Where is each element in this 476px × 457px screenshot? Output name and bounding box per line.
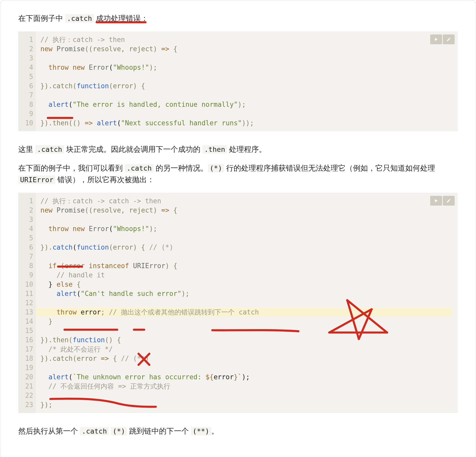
keyword-throw: throw (57, 308, 77, 316)
page: 在下面例子中 .catch 成功处理错误： 12345678910 // 执行：… (0, 0, 476, 457)
code-block-2: 1234567891011121314151617181920212223 //… (18, 193, 458, 413)
keyword-function: function (77, 82, 109, 90)
brace: } (48, 318, 52, 325)
comment: /* 此处不会运行 */ (48, 345, 113, 353)
inline-code: .catch (65, 14, 94, 23)
identifier: error (81, 308, 101, 316)
func-alert: alert (48, 373, 68, 381)
text (109, 427, 111, 435)
keyword-new: new (40, 206, 52, 214)
edit-icon (446, 37, 451, 42)
string: The unknown error has occurred: (77, 373, 206, 381)
text: 这里 (18, 145, 35, 153)
brace: { (169, 45, 177, 53)
text: 错误），所以它再次被抛出： (55, 175, 154, 184)
keyword-throw: throw (48, 225, 68, 233)
inline-code: .catch (35, 145, 64, 154)
code-controls (430, 34, 455, 44)
text: 行的处理程序捕获错误但无法处理它（例如，它只知道如何处理 (224, 164, 435, 172)
keyword-if: if (48, 262, 56, 270)
text: 处理程序。 (227, 145, 266, 153)
inline-code: URIError (18, 175, 55, 184)
class-error: Error (89, 64, 109, 71)
comment: // (**) (121, 355, 149, 362)
punct: )); (242, 119, 254, 127)
run-button[interactable] (430, 196, 442, 206)
arrow: => (85, 119, 93, 127)
brace: { (73, 280, 81, 288)
arrow: => (101, 355, 109, 362)
keyword-else: else (57, 280, 73, 288)
tpl-close: } (234, 373, 238, 381)
args: (error) { (109, 243, 149, 251)
args: ((resolve, reject) (85, 45, 161, 53)
punct: ); (181, 290, 189, 297)
args: () { (105, 336, 121, 344)
punct: ); (238, 101, 246, 108)
tpl-open: ${ (206, 373, 214, 381)
text: 块正常完成。因此就会调用下一个成功的 (64, 145, 202, 153)
args: (error (57, 262, 89, 270)
brace: { (109, 355, 121, 362)
punct: }).catch(error (40, 355, 101, 362)
edit-button[interactable] (443, 196, 455, 206)
comment: // 执行：catch -> catch -> then (40, 197, 161, 205)
comment: // handle it (57, 271, 105, 279)
args: (error) { (109, 82, 145, 90)
string: "Can't handle such error" (81, 290, 181, 297)
class-promise: Promise (57, 45, 85, 53)
inline-code: (*) (111, 427, 127, 435)
punct: }).then( (40, 336, 73, 344)
arrow: => (161, 206, 169, 214)
keyword-new: new (40, 45, 52, 53)
punct: }). (40, 243, 52, 251)
paragraph-3: 在下面的例子中，我们可以看到 .catch 的另一种情况。(*) 行的处理程序捕… (18, 162, 458, 186)
punct: ); (149, 64, 157, 71)
line-numbers: 12345678910 (18, 31, 36, 131)
code-content: // 执行：catch -> catch -> then new Promise… (36, 193, 458, 413)
play-icon (434, 37, 438, 42)
inline-code: .catch (125, 164, 154, 172)
text: 在下面的例子中，我们可以看到 (18, 164, 125, 172)
brace: { (169, 206, 177, 214)
string: ` (73, 373, 77, 381)
keyword-instanceof: instanceof (89, 262, 129, 270)
run-button[interactable] (430, 34, 442, 44)
text: 在下面例子中 (18, 14, 65, 22)
edit-button[interactable] (443, 34, 455, 44)
func-alert: alert (97, 119, 117, 127)
comment: // 抛出这个或者其他的错误跳转到下一个 catch (109, 308, 259, 316)
punct: }); (40, 401, 52, 409)
class-error: Error (89, 225, 109, 233)
inline-code: (**) (191, 427, 211, 435)
string: "Next successful handler runs" (121, 119, 242, 127)
paragraph-intro: 在下面例子中 .catch 成功处理错误： (18, 13, 458, 24)
code-controls (430, 196, 455, 206)
text: 成功处理错误： (94, 14, 148, 22)
code-block-1: 12345678910 // 执行：catch -> then new Prom… (18, 31, 458, 131)
line-numbers: 1234567891011121314151617181920212223 (18, 193, 36, 413)
comment: // 执行：catch -> then (40, 36, 125, 43)
punct: }).catch( (40, 82, 77, 90)
inline-code: (*) (208, 164, 224, 172)
string: "Whoops!" (113, 64, 149, 71)
text: 跳到链中的下一个 (127, 427, 191, 435)
paragraph-2: 这里 .catch 块正常完成。因此就会调用下一个成功的 .then 处理程序。 (18, 144, 458, 155)
inline-code: .then (202, 145, 227, 154)
punct: ; (101, 308, 105, 316)
punct: }).then(() (40, 119, 85, 127)
text: 的另一种情况。 (154, 164, 208, 172)
identifier: error (214, 373, 234, 381)
comment: // 不会返回任何内容 => 正常方式执行 (48, 382, 170, 390)
string: ` (238, 373, 242, 381)
func-alert: alert (48, 101, 68, 108)
highlighted-line: throw error; // 抛出这个或者其他的错误跳转到下一个 catch (36, 307, 452, 317)
text: 然后执行从第一个 (18, 427, 80, 435)
edit-icon (446, 198, 451, 203)
keyword-new: new (73, 64, 85, 71)
comment: // (*) (149, 243, 173, 251)
code-content: // 执行：catch -> then new Promise((resolve… (36, 31, 458, 131)
keyword-new: new (73, 225, 85, 233)
punct: ); (149, 225, 157, 233)
arrow: => (161, 45, 169, 53)
